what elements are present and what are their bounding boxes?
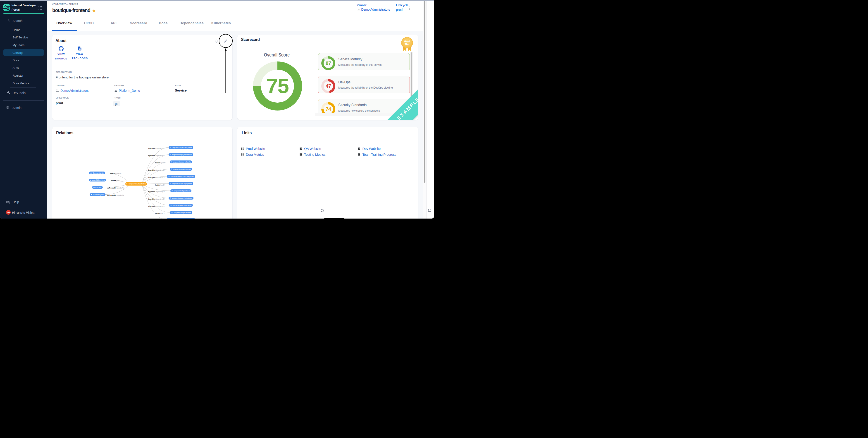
graph-node-productcatalogservice[interactable]: component:boutique-productcatalogservice	[167, 175, 195, 178]
link-dora-metrics[interactable]: Dora Metrics	[241, 153, 264, 157]
graph-node-demo-administrators[interactable]: Demo Administrators	[89, 172, 105, 174]
tab-cicd[interactable]: CI/CD	[84, 21, 94, 25]
dashboard-icon	[299, 153, 302, 156]
page-title: boutique-frontend	[52, 8, 90, 13]
owner-field-link[interactable]: Demo Administrators	[56, 89, 89, 93]
sidebar-item-docs[interactable]: Docs	[12, 59, 19, 62]
sidebar: Internal Developer Portal Search Home Se…	[0, 1, 47, 219]
edge-label: ownerOf / ownedBy	[110, 173, 121, 174]
graph-node-shippingservice[interactable]: component:boutique-shippingservice	[168, 182, 193, 185]
component-gear-icon	[170, 205, 172, 206]
link-prod-website[interactable]: Prod Website	[241, 147, 265, 150]
metric-name: DevOps	[338, 80, 350, 84]
page-scrollbar-thumb[interactable]	[424, 1, 425, 182]
favorite-star-icon[interactable]	[92, 9, 96, 13]
lifecycle-label: Lifecycle	[396, 3, 408, 7]
owner-link[interactable]: Demo Administrators	[357, 8, 390, 11]
link-qa-website[interactable]: QA Website	[299, 147, 321, 150]
edge-label: hasPart / partOf	[111, 180, 120, 181]
edge-label: hasPart / partOf	[155, 184, 164, 186]
tab-overview[interactable]: Overview	[56, 21, 72, 25]
metric-description: Measures how secure the service is	[338, 109, 380, 112]
metric-value: 47	[326, 83, 331, 89]
view-source-button[interactable]: VIEW SOURCE	[54, 46, 68, 60]
tag-chip[interactable]: go	[113, 101, 120, 106]
edit-pencil-icon[interactable]	[224, 39, 228, 43]
metric-card-service-maturity[interactable]: 87 Service Maturity Measures the reliabi…	[318, 53, 410, 70]
dashboard-icon	[241, 153, 244, 156]
search-icon	[7, 19, 10, 22]
api-extension-icon	[93, 187, 95, 188]
graph-node-adservice[interactable]: component:boutique-adservice	[170, 190, 191, 192]
search-underline	[10, 25, 36, 25]
graph-node-cartservice[interactable]: component:boutique-cartservice	[170, 211, 192, 214]
tab-scorecard[interactable]: Scorecard	[130, 21, 147, 25]
search-input[interactable]: Search	[12, 19, 22, 23]
tab-kubernetes[interactable]: Kubernetes	[211, 21, 231, 25]
graph-node-loadgenerator[interactable]: component:boutique-loadgenerator	[169, 204, 192, 207]
description-value: Frontend for the boutique online store	[56, 75, 108, 79]
chat-bubble-icon[interactable]	[428, 208, 432, 212]
sidebar-item-dora-metrics[interactable]: Dora Metrics	[12, 81, 29, 85]
metric-card-devops[interactable]: 47 DevOps Measures the reliability of th…	[318, 76, 410, 93]
view-techdocs-button[interactable]: VIEW TECHDOCS	[71, 46, 89, 60]
view-techdocs-line2: TECHDOCS	[71, 57, 89, 60]
graph-node-checkoutservice[interactable]: component:boutique-checkoutservice	[168, 197, 193, 200]
component-gear-icon	[170, 147, 171, 148]
sidebar-item-self-service[interactable]: Self Service	[12, 36, 28, 39]
tab-dependencies[interactable]: Dependencies	[180, 21, 204, 25]
sidebar-item-my-team[interactable]: My Team	[12, 43, 24, 47]
owner-field-label: OWNER	[56, 84, 65, 87]
scorecard-title: Scorecard	[241, 37, 260, 42]
graph-node-system-platform-demo[interactable]: system:Platform_Demo	[89, 179, 106, 181]
edge-label: hasPart / partOf	[155, 213, 164, 214]
graph-node-currencyservice[interactable]: component:boutique-currencyservice	[168, 146, 193, 149]
system-field-value[interactable]: Platform_Demo	[119, 89, 140, 93]
link-team-training-progress[interactable]: Team Training Progress	[358, 153, 396, 157]
dashboard-icon	[299, 147, 302, 150]
graph-node-redisservice[interactable]: component:boutique-redisservice	[170, 161, 192, 163]
window-top-accent	[0, 0, 434, 1]
owner-value[interactable]: Demo Administrators	[361, 8, 390, 11]
component-gear-icon	[170, 154, 171, 155]
component-gear-icon	[168, 176, 170, 177]
graph-node-api-petstore[interactable]: api:petstore	[92, 186, 103, 189]
system-field-link[interactable]: Platform_Demo	[114, 89, 140, 93]
link-testing-metrics[interactable]: Testing Metrics	[299, 153, 326, 157]
graph-node-api-starwars-graphql[interactable]: api:starwars-graphql	[90, 193, 106, 196]
help-chat-icon	[6, 200, 10, 204]
group-icon	[56, 89, 59, 92]
metric-donut: 47	[321, 79, 335, 93]
lifecycle-field-value: prod	[56, 101, 63, 105]
graph-node-emailservice[interactable]: component:boutique-emailservice	[170, 168, 192, 171]
apps-grid-icon[interactable]	[38, 6, 42, 10]
sidebar-search[interactable]: Search	[0, 18, 47, 24]
link-dev-website[interactable]: Dev Website	[358, 147, 380, 150]
gear-icon	[6, 106, 9, 109]
app-window: Internal Developer Portal Search Home Se…	[0, 0, 434, 218]
edge-label: dependsOn / dependencyOf	[148, 191, 164, 193]
gold-tier-badge: Gold Tier	[399, 35, 415, 55]
tab-api[interactable]: API	[111, 21, 117, 25]
sidebar-item-catalog[interactable]: Catalog	[12, 51, 22, 55]
graph-node-boutique-frontend[interactable]: component:boutique-frontend	[125, 182, 147, 186]
metric-description: Measures the reliability of the DevOps p…	[338, 86, 393, 89]
overall-score-label: Overall Score	[249, 52, 305, 58]
sidebar-item-register[interactable]: Register	[12, 74, 23, 77]
tab-docs[interactable]: Docs	[159, 21, 167, 25]
edge-label: dependsOn / dependencyOf	[148, 147, 164, 149]
refresh-icon[interactable]	[214, 39, 218, 43]
owner-field-value[interactable]: Demo Administrators	[60, 89, 89, 93]
user-name[interactable]: Himanshu Mishra	[12, 211, 34, 214]
graph-node-paymentservice[interactable]: component:boutique-paymentservice	[168, 153, 193, 156]
chat-bubble-icon[interactable]	[320, 209, 324, 212]
sidebar-item-home[interactable]: Home	[12, 28, 20, 32]
sidebar-item-apis[interactable]: APIs	[12, 66, 19, 70]
sidebar-accent-divider	[3, 13, 44, 14]
wrench-icon	[7, 91, 10, 94]
relations-card: Relations	[52, 127, 232, 218]
more-menu-icon[interactable]	[409, 6, 410, 10]
system-category-icon	[90, 179, 91, 181]
user-avatar[interactable]: HM	[6, 210, 11, 215]
graph-node-recommendationservice[interactable]: component:boutique-recommendationservice	[166, 218, 195, 218]
